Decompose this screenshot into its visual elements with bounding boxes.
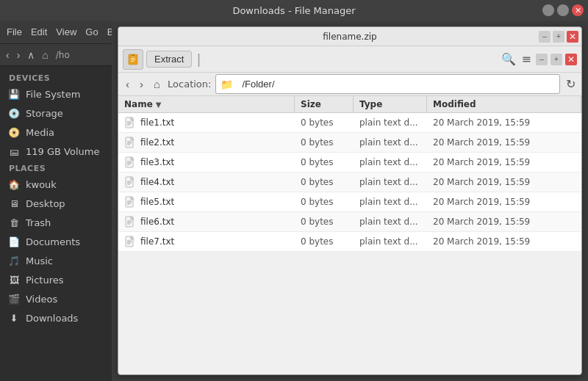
fm-bk-menu[interactable]: Bk (104, 25, 112, 39)
fm-go-menu[interactable]: Go (82, 25, 101, 39)
music-icon: 🎵 (7, 254, 21, 267)
table-row[interactable]: file1.txt 0 bytes plain text d... 20 Mar… (118, 113, 581, 133)
sidebar-item-media[interactable]: 📀 Media (0, 123, 112, 142)
fm-back-button[interactable]: ‹ (3, 48, 12, 62)
location-label: Location: (168, 79, 211, 90)
sidebar-item-trash[interactable]: 🗑 Trash (0, 213, 112, 232)
sidebar-item-documents[interactable]: 📄 Documents (0, 232, 112, 251)
header-name-label: Name (124, 99, 153, 109)
header-modified[interactable]: Modified (427, 96, 581, 112)
sidebar-item-media-label: Media (26, 127, 54, 138)
sidebar-item-downloads[interactable]: ⬇ Downloads (0, 308, 112, 327)
minimize-button[interactable]: – (542, 4, 554, 16)
header-type[interactable]: Type (354, 96, 427, 112)
sidebar-item-filesystem-label: File System (26, 89, 80, 100)
fm-up-button[interactable]: ∧ (24, 48, 37, 62)
title-bar: Downloads - File Manager – + ✕ (0, 0, 588, 21)
devices-section-label: DEVICES (0, 70, 112, 84)
location-input-wrap[interactable]: 📁 (215, 74, 560, 94)
fm-view-menu[interactable]: View (52, 25, 80, 39)
fm-forward-button[interactable]: › (14, 48, 24, 62)
volume-icon: 🖴 (7, 145, 21, 158)
maximize-button[interactable]: + (557, 4, 569, 16)
sidebar-content: DEVICES 💾 File System 💿 Storage 📀 Media … (0, 66, 112, 381)
sidebar-item-filesystem[interactable]: 💾 File System (0, 84, 112, 104)
header-name[interactable]: Name ▼ (118, 96, 295, 112)
sidebar-item-kwouk[interactable]: 🏠 kwouk (0, 175, 112, 194)
file-icon (124, 235, 136, 248)
svg-rect-5 (131, 61, 134, 62)
file-size-col: 0 bytes (295, 174, 354, 190)
table-row[interactable]: file4.txt 0 bytes plain text d... 20 Mar… (118, 173, 581, 192)
folder-icon: 📁 (220, 79, 233, 90)
location-back-button[interactable]: ‹ (123, 76, 132, 92)
window-title: Downloads - File Manager (232, 5, 355, 16)
fm-edit-menu[interactable]: Edit (27, 25, 51, 39)
archive-toolbar-plus[interactable]: + (551, 54, 562, 65)
archive-maximize-button[interactable]: + (553, 31, 564, 43)
table-row[interactable]: file7.txt 0 bytes plain text d... 20 Mar… (118, 232, 581, 252)
file-name: file6.txt (140, 217, 174, 227)
sidebar-item-downloads-label: Downloads (26, 313, 78, 324)
menu-icon[interactable]: ≡ (520, 51, 533, 68)
table-row[interactable]: file6.txt 0 bytes plain text d... 20 Mar… (118, 212, 581, 232)
file-list-header: Name ▼ Size Type Modified (118, 96, 581, 113)
file-type-col: plain text d... (354, 233, 427, 250)
file-list: file1.txt 0 bytes plain text d... 20 Mar… (118, 113, 581, 374)
fm-home-button[interactable]: ⌂ (39, 48, 51, 62)
archive-file-icon[interactable] (123, 49, 143, 70)
file-name-col: file1.txt (118, 113, 295, 132)
file-icon (124, 175, 136, 189)
archive-toolbar-minimize[interactable]: – (536, 54, 548, 65)
sidebar-item-storage[interactable]: 💿 Storage (0, 104, 112, 123)
location-input[interactable] (236, 76, 555, 92)
file-size-col: 0 bytes (295, 154, 354, 170)
downloads-icon: ⬇ (7, 311, 21, 324)
sidebar-item-desktop-label: Desktop (26, 198, 65, 209)
file-type-col: plain text d... (354, 115, 427, 131)
file-name-col: file3.txt (118, 153, 295, 172)
file-name-col: file5.txt (118, 192, 295, 211)
file-icon (124, 195, 136, 208)
file-name: file7.txt (140, 236, 174, 247)
file-icon (124, 116, 136, 129)
refresh-button[interactable]: ↻ (564, 76, 577, 92)
table-row[interactable]: file3.txt 0 bytes plain text d... 20 Mar… (118, 153, 581, 173)
sidebar-item-pictures[interactable]: 🖼 Pictures (0, 270, 112, 289)
sidebar-item-videos[interactable]: 🎬 Videos (0, 289, 112, 308)
search-icon[interactable]: 🔍 (500, 51, 517, 68)
file-type-col: plain text d... (354, 154, 427, 170)
table-row[interactable]: file5.txt 0 bytes plain text d... 20 Mar… (118, 192, 581, 212)
fm-file-menu[interactable]: File (3, 25, 26, 39)
file-modified-col: 20 March 2019, 15:59 (427, 115, 581, 131)
sidebar-item-music[interactable]: 🎵 Music (0, 251, 112, 270)
file-name: file3.txt (140, 157, 174, 167)
file-modified-col: 20 March 2019, 15:59 (427, 194, 581, 210)
archive-toolbar: Extract | 🔍 ≡ – + ✕ (118, 46, 581, 73)
archive-win-controls: – + ✕ (539, 31, 578, 43)
archive-toolbar-right: 🔍 ≡ – + ✕ (500, 51, 577, 68)
header-size[interactable]: Size (295, 96, 354, 112)
location-forward-button[interactable]: › (137, 76, 146, 92)
archive-close-button[interactable]: ✕ (567, 31, 578, 43)
table-row[interactable]: file2.txt 0 bytes plain text d... 20 Mar… (118, 133, 581, 153)
window-controls: – + ✕ (542, 4, 584, 16)
archive-minimize-button[interactable]: – (539, 31, 551, 43)
close-button[interactable]: ✕ (572, 4, 584, 16)
file-icon (124, 215, 136, 228)
archive-title: filename.zip (323, 32, 376, 42)
filesystem-icon: 💾 (7, 87, 21, 101)
documents-icon: 📄 (7, 235, 21, 248)
archive-window: filename.zip – + ✕ Extract | (118, 26, 582, 375)
sidebar-item-volume[interactable]: 🖴 119 GB Volume (0, 142, 112, 161)
media-icon: 📀 (7, 126, 21, 139)
sidebar-item-desktop[interactable]: 🖥 Desktop (0, 194, 112, 213)
extract-button[interactable]: Extract (146, 51, 192, 68)
location-home-button[interactable]: ⌂ (151, 76, 163, 92)
file-name-col: file6.txt (118, 212, 295, 231)
file-size-col: 0 bytes (295, 214, 354, 230)
videos-icon: 🎬 (7, 292, 21, 305)
archive-toolbar-close[interactable]: ✕ (565, 54, 577, 65)
file-type-col: plain text d... (354, 134, 427, 150)
svg-rect-4 (131, 59, 135, 60)
